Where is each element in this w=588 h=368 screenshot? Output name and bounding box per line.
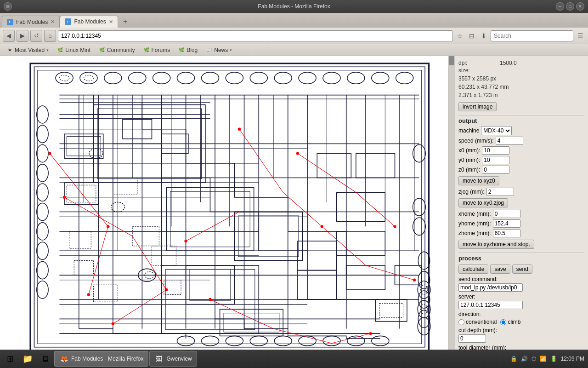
minimize-btn[interactable]: ─ [556,2,564,11]
bookmark-forums[interactable]: 🌿 Forums [140,45,174,55]
most-visited-icon: ★ [6,47,13,53]
output-title: output [458,117,584,124]
climb-radio-item[interactable]: climb [500,319,520,325]
bookmark-forums-label: Forums [152,47,170,53]
bookmark-star-btn[interactable]: ☆ [455,31,465,41]
direction-label: direction: [458,311,584,317]
process-title: process [458,255,584,262]
tab-1[interactable]: F Fab Modules ✕ [2,16,60,28]
yhome-input[interactable] [493,219,520,228]
svg-point-150 [48,152,51,155]
save-btn[interactable]: save [490,264,510,274]
svg-point-156 [238,128,241,131]
wifi-icon[interactable]: 📶 [540,356,547,362]
conventional-radio-item[interactable]: conventional [458,319,497,325]
z0-row: z0 (mm): [458,166,584,174]
yhome-row: yhome (mm): [458,219,584,228]
move-zjog-btn[interactable]: move to xy0.zjog [458,198,508,207]
climb-label: climb [508,319,520,325]
taskbar-gwenview-btn[interactable]: 🖼 Gwenview [149,351,197,367]
reload-btn[interactable]: ↺ [30,30,42,42]
send-btn[interactable]: send [512,264,532,274]
info-section: dpi: 1500.0 size: 3557 x 2585 px 60.231 … [458,60,584,112]
bookmark-blog[interactable]: 🌿 Blog [175,45,201,55]
invert-image-btn[interactable]: invert image [458,102,497,111]
bookmark-list-btn[interactable]: ⊟ [467,31,477,41]
move-xyz-btn[interactable]: move to xyz0 [458,176,499,185]
svg-point-157 [321,225,323,228]
zjog-input[interactable] [486,188,514,196]
server-input[interactable] [458,301,523,309]
climb-radio[interactable] [500,319,506,325]
divider-1 [458,115,584,115]
pocket-btn[interactable]: ⬇ [479,31,489,41]
bookmark-most-visited-label: Most Visited [15,47,45,53]
gwenview-icon: 🖼 [154,354,164,363]
calculate-btn[interactable]: calculate [458,264,488,274]
cut-depth-label: cut depth (mm): [458,327,584,334]
svg-point-155 [112,322,114,325]
forward-btn[interactable]: ▶ [17,30,28,42]
bookmark-most-visited[interactable]: ★ Most Visited ▾ [3,45,52,55]
search-input[interactable] [491,30,573,41]
zhome-input[interactable] [493,229,520,237]
bookmark-linux-mint-label: Linux Mint [65,47,90,53]
pcb-canvas-area[interactable] [0,56,455,358]
bluetooth-icon[interactable]: ⬡ [531,356,536,362]
tab-label-2: Fab Modules [74,18,106,25]
xhome-input[interactable] [493,210,520,218]
y0-label: y0 (mm): [458,157,480,163]
taskbar-files-btn[interactable]: 📁 [19,351,36,367]
tab-2[interactable]: F Fab Modules ✕ [60,16,118,28]
send-command-input[interactable] [458,283,523,292]
url-bar[interactable] [58,30,453,41]
taskbar-gwenview-label: Gwenview [166,356,192,362]
tab-close-2[interactable]: ✕ [109,19,113,25]
menu-btn[interactable]: ☰ [575,31,585,41]
tab-close-1[interactable]: ✕ [51,19,55,25]
x0-row: x0 (mm): [458,146,584,155]
bookmark-news[interactable]: 📰 News ▾ [202,45,236,55]
cut-depth-input[interactable] [458,334,486,343]
speed-label: speed (mm/s): [458,138,494,144]
home-btn[interactable]: ⌂ [44,30,56,42]
machine-select[interactable]: MDX-40 MDX-20 Modela [481,126,512,135]
window-title: Fab Modules - Mozilla Firefox [258,3,330,10]
svg-point-163 [369,332,372,335]
close-btn[interactable]: ✕ [576,2,584,11]
taskbar-terminal-btn[interactable]: 🖥 [37,351,53,367]
volume-icon[interactable]: 🔊 [521,356,528,362]
size-mm: 60.231 x 43.772 mm [458,83,584,91]
bookmark-community-label: Community [107,47,135,53]
taskbar-firefox-btn[interactable]: 🦊 Fab Modules - Mozilla Firefox [54,351,148,367]
v-scrollbar-thumb[interactable] [449,56,454,65]
tab-label-1: Fab Modules [16,19,48,25]
taskbar-start-btn[interactable]: ⊞ [2,351,18,367]
back-btn[interactable]: ◀ [3,30,15,42]
maximize-btn[interactable]: □ [566,2,574,11]
z0-input[interactable] [482,166,509,174]
tabbar: F Fab Modules ✕ F Fab Modules ✕ + [0,13,588,28]
svg-point-153 [63,196,66,199]
bookmark-blog-label: Blog [187,47,198,53]
titlebar-controls-right: ─ □ ✕ [556,2,584,11]
y0-input[interactable] [482,156,509,164]
new-tab-btn[interactable]: + [120,17,131,27]
window-menu-btn[interactable] [4,2,12,11]
svg-point-0 [6,5,10,8]
vertical-scrollbar[interactable] [448,56,454,358]
move-home-btn[interactable]: move to xyzhome and stop. [458,240,534,249]
size-label: size: [458,67,500,74]
svg-point-159 [296,152,299,155]
conventional-radio[interactable] [458,319,464,325]
bookmark-linux-mint[interactable]: 🌿 Linux Mint [53,45,94,55]
machine-label: machine [458,127,479,134]
community-icon: 🌿 [99,47,105,53]
process-section: process calculate save send send command… [458,255,584,358]
battery-icon: 🔋 [550,356,557,362]
send-command-label: send command: [458,276,584,282]
speed-input[interactable] [496,137,523,145]
most-visited-chevron: ▾ [46,48,49,52]
x0-input[interactable] [482,146,509,155]
bookmark-community[interactable]: 🌿 Community [95,45,139,55]
